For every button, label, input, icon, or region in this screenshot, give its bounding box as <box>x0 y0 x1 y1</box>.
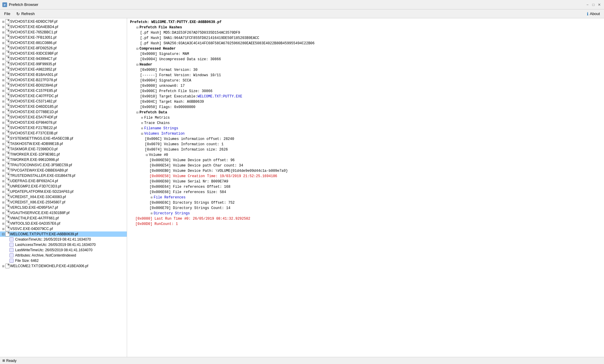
list-item[interactable]: ⊞ VCREDIST_X86.EXE-25545807.pf <box>0 200 127 205</box>
expand-icon[interactable]: ⊞ <box>1 120 5 125</box>
collapse-icon[interactable]: ⊟ <box>1 232 5 236</box>
expand-icon[interactable]: ⊞ <box>1 136 5 141</box>
expand-icon[interactable]: ⊞ <box>1 163 5 167</box>
expand-icon[interactable]: ⊞ <box>1 104 5 109</box>
expand-icon[interactable]: ⊞ <box>1 40 5 45</box>
list-item[interactable]: ⊞ VCREDIST_X64.EXE-33C40083.pf <box>0 194 127 200</box>
list-item[interactable]: ⊞ UNREGMP2.EXE-F3D7C3D3.pf <box>0 184 127 189</box>
expand-icon[interactable]: ⊞ <box>1 200 5 205</box>
collapse-icon[interactable]: ⊟ <box>135 47 139 51</box>
expand-icon[interactable]: ⊞ <box>140 121 144 125</box>
list-item[interactable]: ⊞ SVCHOST.EXE-7652BBC1.pf <box>0 30 127 35</box>
expand-icon[interactable]: ⊞ <box>1 195 5 199</box>
file-menu[interactable]: File <box>1 10 13 17</box>
expand-icon[interactable]: ⊞ <box>150 196 154 199</box>
expand-icon[interactable]: ⊞ <box>1 83 5 88</box>
expand-icon[interactable]: ⊞ <box>1 141 5 146</box>
list-item[interactable]: ⊞ SVCHOST.EXE-99F99935.pf <box>0 61 127 67</box>
list-item[interactable]: ⊞ SVCHOST.EXE-B227FD78.pf <box>0 77 127 83</box>
list-item[interactable]: ⊞ TPAUTOCONNSVC.EXE-3F58EC59.pf <box>0 162 127 168</box>
expand-icon[interactable]: ⊞ <box>1 110 5 114</box>
list-item[interactable]: ⊞ SYSTEMSETTINGS.EXE-45A5EC0B.pf <box>0 136 127 141</box>
list-item[interactable]: ⊞ SVCHOST.EXE-D46DD185.pf <box>0 104 127 109</box>
expand-icon[interactable]: ⊞ <box>140 116 144 120</box>
expand-icon[interactable]: ⊞ <box>1 94 5 98</box>
expand-icon[interactable]: ⊞ <box>1 67 5 72</box>
expand-icon[interactable]: ⊞ <box>1 35 5 40</box>
list-item[interactable]: ⊞ SVCHOST.EXE-8FD92526.pf <box>0 45 127 51</box>
expand-icon[interactable]: ⊞ <box>1 216 5 221</box>
expand-icon[interactable]: ⊞ <box>1 179 5 183</box>
expand-icon[interactable]: ⊞ <box>1 152 5 157</box>
left-panel[interactable]: ⊞ SVCHOST.EXE-6D9DC76F.pf ⊞ SVCHOST.EXE-… <box>0 18 127 357</box>
collapse-icon[interactable]: ⊟ <box>145 153 149 157</box>
list-item[interactable]: ⊞ VERCLSID.EXE-4D95F5A7.pf <box>0 205 127 210</box>
expand-icon[interactable]: ⊞ <box>150 212 154 215</box>
expand-icon[interactable]: ⊞ <box>1 115 5 120</box>
list-item[interactable]: ⊞ TASKHOSTW.EXE-4DB99E1B.pf <box>0 141 127 146</box>
expand-icon[interactable]: ⊞ <box>1 72 5 77</box>
list-item[interactable]: ⊞ SVCHOST.EXE-BD0239A6.pf <box>0 83 127 88</box>
list-item[interactable]: ⊞ VMTOOLSD.EXE-0AD357E6.pf <box>0 221 127 226</box>
selected-file-item[interactable]: ⊟ WELCOME.TXT:PUTTY.EXE-A6BB0639.pf <box>0 231 127 237</box>
expand-icon[interactable]: ⊞ <box>1 78 5 82</box>
list-item[interactable]: ⊞ UDEFRAG.EXE-BF692AC4.pf <box>0 178 127 184</box>
list-item[interactable]: Attributes: Archive, NotContentIndexed <box>0 253 127 258</box>
list-item[interactable]: ⊞ TASKMGR.EXE-72398DC0.pf <box>0 146 127 152</box>
list-item[interactable]: ⊞ SVCHOST.EXE-D778BE1D.pf <box>0 109 127 115</box>
expand-icon[interactable]: ⊞ <box>1 125 5 130</box>
list-item[interactable]: ⊞ SVCHOST.EXE-F217BE22.pf <box>0 125 127 130</box>
expand-icon[interactable]: ⊞ <box>1 51 5 56</box>
list-item[interactable]: ⊞ SVCHOST.EXE-B1BAA501.pf <box>0 72 127 77</box>
list-item[interactable]: ⊞ SVCHOST.EXE-F737CE0B.pf <box>0 130 127 136</box>
expand-icon[interactable]: ⊞ <box>1 131 5 136</box>
list-item[interactable]: ⊞ SVCHOST.EXE-93DCE9BF.pf <box>0 51 127 56</box>
expand-icon[interactable]: ⊞ <box>1 264 5 268</box>
expand-icon[interactable]: ⊞ <box>1 19 5 24</box>
expand-icon[interactable]: ⊞ <box>1 88 5 93</box>
list-item[interactable]: LastAccessTimeUtc: 26/05/2019 08:41:41.1… <box>0 242 127 247</box>
expand-icon[interactable]: ⊞ <box>1 221 5 226</box>
maximize-button[interactable]: □ <box>591 2 596 7</box>
collapse-icon[interactable]: ⊟ <box>140 132 144 136</box>
expand-icon[interactable]: ⊞ <box>140 127 144 130</box>
expand-icon[interactable]: ⊞ <box>1 205 5 210</box>
minimize-button[interactable]: − <box>585 2 590 7</box>
expand-icon[interactable]: ⊞ <box>1 147 5 151</box>
expand-icon[interactable]: ⊞ <box>1 184 5 189</box>
expand-icon[interactable]: ⊞ <box>1 226 5 231</box>
list-item[interactable]: ⊞ TRUSTEDINSTALLER.EXE-031B6478.pf <box>0 173 127 178</box>
expand-icon[interactable]: ⊞ <box>1 99 5 104</box>
expand-icon[interactable]: ⊞ <box>1 157 5 162</box>
refresh-menu[interactable]: ↻ Refresh <box>13 10 38 17</box>
expand-icon[interactable]: ⊞ <box>1 62 5 66</box>
expand-icon[interactable]: ⊞ <box>1 189 5 194</box>
expand-icon[interactable]: ⊞ <box>1 46 5 50</box>
list-item[interactable]: CreationTimeUtc: 26/05/2019 08:41:41.163… <box>0 237 127 242</box>
list-item[interactable]: ⊞ SVCHOST.EXE-943994C7.pf <box>0 56 127 61</box>
list-item[interactable]: ⊞ SVCHOST.EXE-EF984078.pf <box>0 120 127 125</box>
list-item[interactable]: ⊞ WELCOME2.TXT:DEMOHELP.EXE-41BEA006.pf <box>0 263 127 269</box>
expand-icon[interactable]: ⊞ <box>1 30 5 35</box>
list-item[interactable]: ⊞ SVCHOST.EXE-C407FFDC.pf <box>0 93 127 99</box>
list-item[interactable]: ⊞ TPVCGATEWAY.EXE-DBBE6AB9.pf <box>0 168 127 173</box>
expand-icon[interactable]: ⊞ <box>1 56 5 61</box>
expand-icon[interactable]: ⊞ <box>1 168 5 173</box>
expand-icon[interactable]: ⊞ <box>1 25 5 29</box>
collapse-icon[interactable]: ⊟ <box>135 110 139 115</box>
list-item[interactable]: ⊞ SVCHOST.EXE-A9822852.pf <box>0 67 127 72</box>
list-item[interactable]: ⊞ SVCHOST.EXE-6D9DC76F.pf <box>0 19 127 24</box>
collapse-icon[interactable]: ⊟ <box>135 25 139 30</box>
list-item[interactable]: LastWriteTimeUtc: 26/05/2019 08:41:41.16… <box>0 247 127 253</box>
list-item[interactable]: ⊞ UPDATEPLATFORM.EXE-5D23AF63.pf <box>0 189 127 194</box>
list-item[interactable]: ⊞ VSSVC.EXE-04D079CC.pf <box>0 226 127 231</box>
list-item[interactable]: ⊞ TIWORKER.EXE-1DF9E9B1.pf <box>0 152 127 157</box>
list-item[interactable]: ⊞ SVCHOST.EXE-E5A7F4DF.pf <box>0 115 127 120</box>
list-item[interactable]: ⊞ VGAUTHSERVICE.EXE-41501B8F.pf <box>0 210 127 216</box>
expand-icon[interactable]: ⊞ <box>1 173 5 178</box>
list-item[interactable]: ⊞ SVCHOST.EXE-7FB13051.pf <box>0 35 127 40</box>
list-item[interactable]: ⊞ SVCHOST.EXE-C157FE85.pf <box>0 88 127 93</box>
about-button[interactable]: ℹ About <box>584 10 603 17</box>
collapse-icon[interactable]: ⊟ <box>135 63 139 67</box>
list-item[interactable]: ⊞ VMACTHLP.EXE-4A7FF661.pf <box>0 216 127 221</box>
